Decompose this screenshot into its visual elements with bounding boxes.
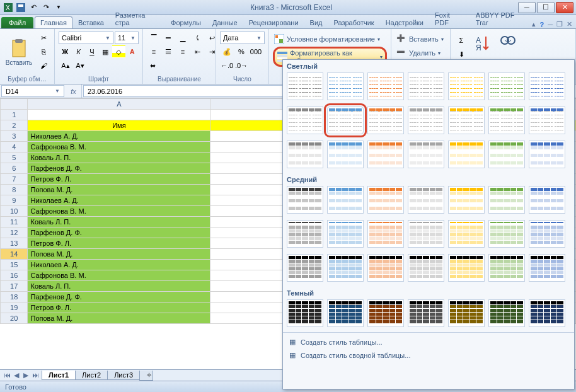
tab-review[interactable]: Рецензировани	[243, 16, 304, 28]
table-style-option[interactable]	[327, 141, 364, 168]
row-header[interactable]: 15	[1, 260, 28, 270]
table-style-option[interactable]	[408, 220, 444, 248]
file-tab[interactable]: Файл	[1, 17, 33, 28]
row-header[interactable]: 16	[1, 270, 28, 281]
orientation-icon[interactable]: ⤹	[190, 32, 204, 44]
table-style-option[interactable]	[287, 141, 323, 168]
redo-icon[interactable]: ↷	[40, 2, 52, 13]
border-button[interactable]: ▦	[99, 45, 112, 58]
font-color-button[interactable]: A	[126, 45, 139, 58]
font-size-combo[interactable]: 11▼	[115, 32, 139, 44]
row-header[interactable]: 17	[1, 281, 28, 292]
select-all-corner[interactable]	[1, 99, 28, 110]
font-name-combo[interactable]: Calibri▼	[59, 32, 113, 44]
table-style-option[interactable]	[287, 72, 323, 100]
merge-center-icon[interactable]: ⬌	[147, 59, 159, 72]
delete-cells-button[interactable]: ➖Удалить▾	[395, 47, 446, 59]
fx-icon[interactable]: fx	[66, 84, 82, 98]
cell[interactable]: Петров Ф. Л.	[28, 238, 210, 249]
bold-button[interactable]: Ж	[59, 45, 71, 58]
italic-button[interactable]: К	[72, 45, 84, 58]
table-style-option[interactable]	[529, 299, 565, 327]
header-cell[interactable]: Имя	[28, 120, 210, 131]
row-header[interactable]: 12	[1, 228, 28, 238]
copy-button[interactable]: ⎘	[37, 45, 50, 58]
table-style-option[interactable]	[529, 107, 565, 134]
sort-filter-button[interactable]: AЯ	[475, 34, 492, 52]
new-table-style-button[interactable]: ▦ Создать стиль таблицы...	[283, 335, 574, 349]
find-select-button[interactable]	[498, 34, 516, 52]
row-header[interactable]: 11	[1, 217, 28, 228]
qat-dropdown-icon[interactable]: ▼	[53, 2, 64, 13]
table-style-option[interactable]	[287, 186, 323, 214]
cell[interactable]: Попова М. Д.	[28, 313, 210, 324]
table-style-option[interactable]	[488, 220, 525, 248]
table-style-option[interactable]	[448, 220, 485, 248]
table-style-option[interactable]	[367, 254, 404, 282]
percent-icon[interactable]: %	[234, 45, 248, 58]
sheet-tab-3[interactable]: Лист3	[107, 371, 140, 380]
cell[interactable]: Коваль Л. П.	[28, 281, 210, 292]
table-style-option[interactable]	[367, 220, 404, 248]
close-button[interactable]: ✕	[556, 2, 573, 13]
table-style-option[interactable]	[367, 186, 404, 214]
row-header[interactable]: 19	[1, 303, 28, 313]
number-format-combo[interactable]: Дата▼	[220, 32, 265, 44]
cell[interactable]: Парфенов Д. Ф.	[28, 163, 210, 174]
doc-minimize-icon[interactable]: ─	[548, 21, 553, 28]
tab-abbyy[interactable]: ABBYY PDF Trar	[470, 9, 533, 28]
row-header[interactable]: 13	[1, 238, 28, 249]
cell[interactable]: Попова М. Д.	[28, 249, 210, 260]
table-style-option[interactable]	[488, 254, 525, 282]
cell[interactable]: Сафронова В. М.	[28, 270, 210, 281]
table-style-option[interactable]	[367, 72, 404, 100]
table-style-option[interactable]	[287, 254, 323, 282]
table-style-option[interactable]	[529, 186, 565, 214]
tab-view[interactable]: Вид	[304, 16, 328, 28]
cell[interactable]: Николаев А. Д.	[28, 260, 210, 270]
table-style-option[interactable]	[448, 107, 485, 134]
cell[interactable]: Николаев А. Д.	[28, 131, 210, 142]
tab-foxit[interactable]: Foxit PDF	[429, 9, 470, 28]
tab-home[interactable]: Главная	[35, 16, 72, 28]
row-header[interactable]: 18	[1, 292, 28, 303]
row-header[interactable]: 10	[1, 206, 28, 217]
row-header[interactable]: 7	[1, 174, 28, 185]
table-style-option[interactable]	[408, 141, 444, 168]
table-style-option[interactable]	[448, 299, 485, 327]
help-icon[interactable]: ?	[539, 21, 544, 28]
increase-decimal-icon[interactable]: ←.0	[220, 59, 234, 72]
table-style-option[interactable]	[488, 186, 525, 214]
table-style-option[interactable]	[408, 186, 444, 214]
tab-addins[interactable]: Надстройки	[380, 16, 429, 28]
table-style-option[interactable]	[327, 254, 364, 282]
paste-button[interactable]: Вставить	[4, 32, 34, 73]
row-header[interactable]: 20	[1, 313, 28, 324]
currency-icon[interactable]: 💰	[220, 45, 234, 58]
fill-icon[interactable]: ⬇	[454, 48, 468, 61]
sheet-nav-first-icon[interactable]: ⏮	[3, 371, 11, 379]
save-icon[interactable]	[15, 2, 26, 13]
table-style-option[interactable]	[488, 107, 525, 134]
fill-color-button[interactable]: ◇	[112, 45, 125, 58]
table-style-option[interactable]	[327, 299, 364, 327]
row-header[interactable]: 3	[1, 131, 28, 142]
sheet-nav-prev-icon[interactable]: ◀	[12, 371, 21, 379]
decrease-indent-icon[interactable]: ⇤	[190, 45, 204, 58]
tab-insert[interactable]: Вставка	[72, 16, 110, 28]
table-style-option[interactable]	[448, 141, 485, 168]
align-top-icon[interactable]: ▔	[147, 32, 161, 44]
table-style-option[interactable]	[408, 254, 444, 282]
table-style-option[interactable]	[367, 299, 404, 327]
cell[interactable]: Коваль Л. П.	[28, 217, 210, 228]
decrease-font-icon[interactable]: A▾	[73, 59, 87, 72]
align-left-icon[interactable]: ≡	[147, 45, 161, 58]
row-header[interactable]: 9	[1, 195, 28, 206]
cell[interactable]: Сафронова В. М.	[28, 206, 210, 217]
row-header[interactable]: 8	[1, 185, 28, 195]
underline-button[interactable]: Ч	[86, 45, 98, 58]
row-header[interactable]: 2	[1, 120, 28, 131]
table-style-option[interactable]	[529, 72, 565, 100]
sheet-nav-next-icon[interactable]: ▶	[21, 371, 30, 379]
table-style-option[interactable]	[448, 254, 485, 282]
